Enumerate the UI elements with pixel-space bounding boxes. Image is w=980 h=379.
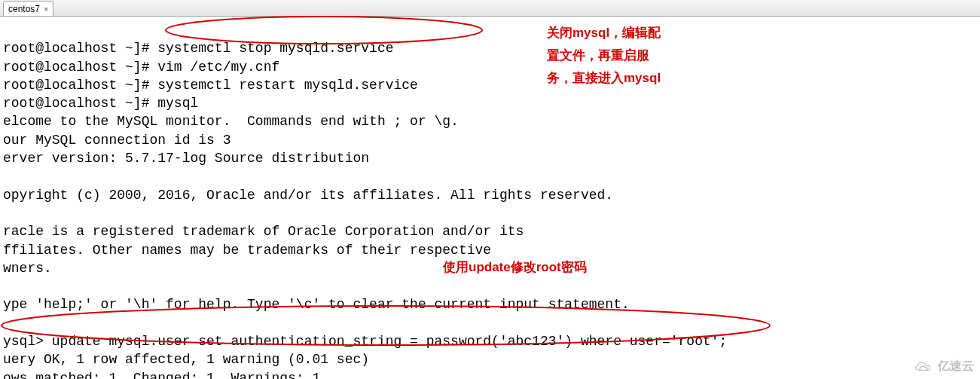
close-icon[interactable]: ×	[44, 5, 48, 14]
annotation-line: 务，直接进入mysql	[547, 67, 661, 90]
terminal-line: erver version: 5.7.17-log Source distrib…	[3, 151, 369, 166]
terminal-line: ffiliates. Other names may be trademarks…	[3, 243, 491, 258]
watermark-text: 亿速云	[938, 359, 974, 374]
terminal-line: root@localhost ~]# systemctl restart mys…	[3, 78, 418, 93]
terminal-line: wners.	[3, 261, 52, 276]
terminal-line: ows matched: 1 Changed: 1 Warnings: 1	[3, 371, 320, 379]
watermark: 亿速云	[914, 359, 974, 374]
terminal-output[interactable]: root@localhost ~]# systemctl stop mysqld…	[0, 17, 980, 379]
annotation-comment-2: 使用update修改root密码	[443, 256, 587, 279]
cloud-icon	[914, 360, 933, 374]
terminal-line: ype 'help;' or '\h' for help. Type '\c' …	[3, 297, 630, 312]
terminal-line: root@localhost ~]# systemctl stop mysqld…	[3, 41, 393, 56]
annotation-line: 置文件，再重启服	[547, 44, 661, 67]
annotation-comment-1: 关闭mysql，编辑配 置文件，再重启服 务，直接进入mysql	[547, 22, 661, 89]
tab-title: centos7	[8, 4, 40, 14]
terminal-line: opyright (c) 2000, 2016, Oracle and/or i…	[3, 188, 613, 203]
terminal-line: uery OK, 1 row affected, 1 warning (0.01…	[3, 352, 369, 367]
tab-bar: centos7 ×	[0, 0, 980, 17]
terminal-line: elcome to the MySQL monitor. Commands en…	[3, 114, 459, 129]
annotation-line: 关闭mysql，编辑配	[547, 22, 661, 44]
tab-centos7[interactable]: centos7 ×	[3, 1, 53, 16]
terminal-line: ysql> update mysql.user set authenticati…	[3, 334, 727, 349]
terminal-line: root@localhost ~]# mysql	[3, 96, 198, 111]
terminal-line: racle is a registered trademark of Oracl…	[3, 224, 524, 239]
terminal-line: root@localhost ~]# vim /etc/my.cnf	[3, 60, 279, 75]
terminal-line: our MySQL connection id is 3	[3, 133, 230, 148]
